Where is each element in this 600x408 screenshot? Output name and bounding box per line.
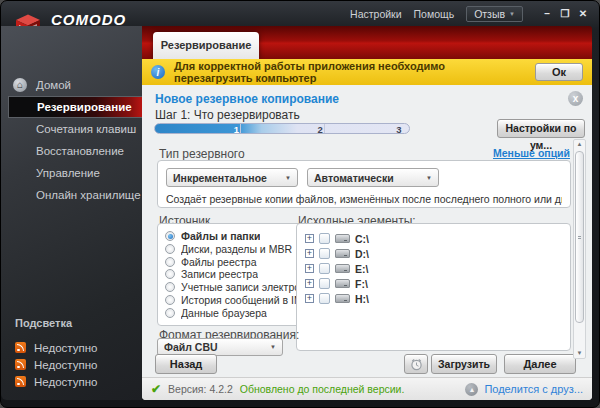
source-option[interactable]: Данные браузера (165, 307, 299, 319)
checkbox[interactable] (319, 293, 330, 304)
chevron-down-icon: ▼ (285, 175, 291, 181)
close-button[interactable]: ✕ (577, 7, 589, 21)
checkbox[interactable] (319, 233, 330, 244)
tree-item[interactable]: + F:\ (305, 276, 562, 291)
source-option-label: История сообщений в IM (181, 294, 299, 306)
feed-icon (15, 376, 26, 387)
radio-icon (165, 257, 175, 267)
sidebar-footer: Подсветка Недоступно Недоступно (1, 317, 142, 390)
checkbox[interactable] (319, 278, 330, 289)
feed-icon (15, 359, 26, 370)
source-option-label: Данные браузера (181, 307, 267, 319)
sidebar-item-label: Домой (36, 79, 71, 91)
content-panel: i Для корректной работы приложения необх… (142, 59, 592, 400)
availability-item[interactable]: Недоступно (15, 356, 142, 373)
backup-type-select[interactable]: Инкрементальное ▼ (166, 168, 298, 187)
sidebar-item[interactable]: ⌂ Резервирование (8, 96, 142, 118)
expand-icon[interactable]: + (305, 279, 314, 288)
source-option[interactable]: Учетные записи электронн... (165, 281, 299, 293)
expand-icon[interactable]: + (305, 249, 314, 258)
radio-icon (165, 308, 175, 318)
source-option[interactable]: Файлы и папки (165, 230, 299, 242)
notice-bar: i Для корректной работы приложения необх… (142, 59, 592, 85)
schedule-mode-value: Автоматически (314, 172, 426, 184)
scrollbar-thumb[interactable] (575, 151, 584, 323)
scroll-up-icon[interactable]: ▲ (577, 140, 583, 149)
tree-item-label: F:\ (355, 278, 368, 290)
tree-item[interactable]: + E:\ (305, 261, 562, 276)
radio-icon (165, 295, 175, 305)
sidebar-item[interactable]: ⌂ Домой (1, 74, 142, 96)
drive-icon (335, 294, 350, 303)
source-option[interactable]: Файлы реестра (165, 256, 299, 268)
expand-icon[interactable]: + (305, 264, 314, 273)
load-script-button[interactable]: Загрузить скрипт (431, 354, 497, 374)
less-options-link[interactable]: Меньше опций (493, 147, 570, 159)
progress-step-2: 2 (318, 124, 323, 135)
tree-item[interactable]: + H:\ (305, 291, 562, 306)
backlight-title: Подсветка (15, 317, 142, 329)
source-option[interactable]: История сообщений в IM (165, 294, 299, 306)
statusbar: ✔ Версия: 4.2.2 Обновлено до последней в… (142, 377, 592, 400)
tree-item-label: C:\ (355, 233, 369, 245)
sidebar-item-label: Резервирование (37, 101, 132, 113)
checkbox[interactable] (319, 248, 330, 259)
app-window: Настройки Помощь Отзыв ▼ – ❐ ✕ COMODO Ba… (0, 0, 600, 408)
feed-icon (15, 342, 26, 353)
availability-label: Недоступно (34, 359, 97, 371)
back-button[interactable]: Назад (155, 354, 217, 374)
menu-help[interactable]: Помощь (414, 8, 455, 20)
expand-icon[interactable]: + (305, 294, 314, 303)
main-area: Резервирование i Для корректной работы п… (142, 26, 592, 400)
drive-icon (335, 249, 350, 258)
checkbox[interactable] (319, 263, 330, 274)
sidebar-nav: ⌂ Домой ⌂ Резервирование ⌂ Сочетания кла… (1, 74, 142, 206)
ok-button[interactable]: Ок (535, 63, 583, 81)
availability-label: Недоступно (34, 376, 97, 388)
source-option-label: Диски, разделы и MBR (181, 243, 292, 255)
source-option-label: Файлы и папки (181, 230, 260, 242)
expand-icon[interactable]: + (305, 234, 314, 243)
red-banner: Резервирование (142, 26, 592, 59)
minimize-button[interactable]: – (541, 7, 553, 21)
availability-item[interactable]: Недоступно (15, 373, 142, 390)
clock-icon (410, 358, 423, 371)
sidebar-item[interactable]: ⌂ Восстановление (1, 140, 142, 162)
next-button[interactable]: Далее (504, 354, 576, 374)
source-option-label: Записи реестра (181, 268, 258, 280)
scroll-down-icon[interactable]: ▼ (577, 349, 583, 358)
info-icon: i (151, 65, 165, 79)
sidebar-item[interactable]: ⌂ Сочетания клавиш (1, 118, 142, 140)
tree-item-label: E:\ (355, 263, 368, 275)
sidebar-item[interactable]: ⌂ Управление (1, 162, 142, 184)
source-option-label: Учетные записи электронн... (181, 281, 299, 293)
schedule-button[interactable] (404, 354, 428, 374)
maximize-button[interactable]: ❐ (559, 7, 571, 21)
default-settings-button[interactable]: Настройки по ум... (497, 119, 585, 138)
backup-type-value: Инкрементальное (173, 172, 285, 184)
vertical-scrollbar[interactable]: ▲ ▼ (573, 139, 586, 359)
feedback-button[interactable]: Отзыв ▼ (466, 6, 523, 22)
step-label: Шаг 1: Что резервировать (155, 108, 300, 122)
progress-step-1: 1 (234, 124, 239, 135)
brand-name: COMODO (51, 12, 126, 27)
radio-icon (165, 269, 175, 279)
share-link[interactable]: Поделится с друз... (484, 383, 583, 395)
source-option[interactable]: Записи реестра (165, 268, 299, 280)
wizard-title: Новое резервное копирование (155, 92, 339, 106)
source-option[interactable]: Диски, разделы и MBR (165, 243, 299, 255)
tree-item[interactable]: + C:\ (305, 231, 562, 246)
sidebar-item[interactable]: ⌂ Онлайн хранилище (1, 184, 142, 206)
home-icon: ⌂ (13, 78, 27, 92)
tab-backup[interactable]: Резервирование (153, 32, 259, 59)
schedule-mode-select[interactable]: Автоматически ▼ (307, 168, 439, 187)
availability-list: Недоступно Недоступно Недоступно (15, 339, 142, 390)
radio-icon (165, 244, 175, 254)
version-label: Версия: 4.2.2 (168, 383, 233, 395)
menu-settings[interactable]: Настройки (350, 8, 402, 20)
availability-item[interactable]: Недоступно (15, 339, 142, 356)
progress-bar: 1 2 3 (154, 123, 410, 134)
radio-icon (165, 282, 175, 292)
wizard-close-icon[interactable]: x (568, 91, 583, 106)
tree-item[interactable]: + D:\ (305, 246, 562, 261)
